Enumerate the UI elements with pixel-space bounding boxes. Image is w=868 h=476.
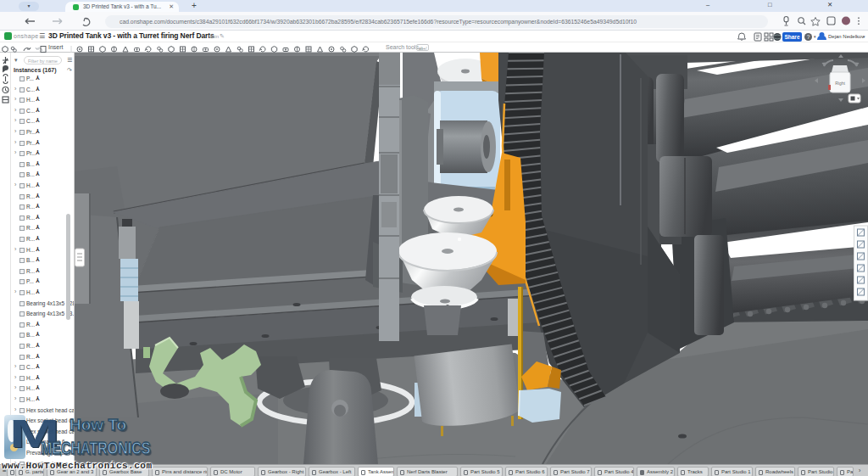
svg-text:Right: Right: [835, 81, 845, 86]
